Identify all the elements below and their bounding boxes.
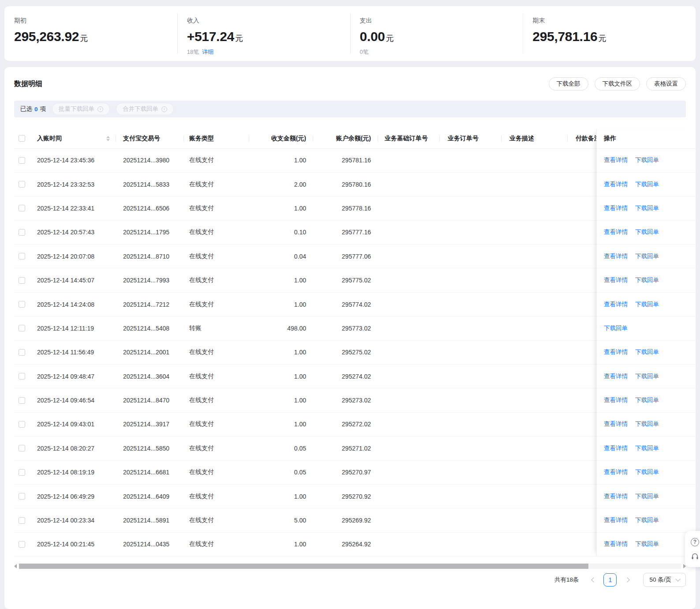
download-filezone-button[interactable]: 下载文件区 (595, 77, 640, 90)
next-page-icon[interactable] (625, 577, 630, 582)
row-checkbox[interactable] (19, 277, 25, 284)
cell-amount: 1.00 (249, 365, 313, 388)
cell-entry-time: 2025-12-14 22:33:41 (35, 196, 116, 220)
download-receipt-link[interactable]: 下载回单 (635, 468, 659, 476)
page-number-button[interactable]: 1 (603, 573, 617, 586)
table-settings-button[interactable]: 表格设置 (646, 77, 686, 90)
cell-amount: 1.00 (249, 268, 313, 292)
column-header-biz-order: 业务订单号 (440, 129, 502, 148)
view-detail-link[interactable]: 查看详情 (604, 396, 628, 404)
view-detail-link[interactable]: 查看详情 (604, 156, 628, 164)
cell-entry-time: 2025-12-14 14:45:07 (35, 268, 116, 292)
info-icon: i (161, 106, 167, 112)
cell-transaction-id: 20251214...6506 (116, 196, 184, 220)
row-checkbox[interactable] (19, 541, 25, 548)
cell-biz-desc (502, 508, 568, 532)
cell-biz-order (440, 461, 502, 484)
cell-balance: 295775.02 (313, 268, 378, 292)
download-receipt-link[interactable]: 下载回单 (635, 444, 659, 452)
cell-biz-base-order (378, 533, 440, 556)
pagination: 共有18条 1 50 条/页 (554, 573, 686, 587)
cell-pay-note (568, 221, 596, 244)
view-detail-link[interactable]: 查看详情 (604, 348, 628, 356)
view-detail-link[interactable]: 查看详情 (604, 301, 628, 308)
cell-biz-base-order (378, 461, 440, 484)
row-checkbox[interactable] (19, 373, 25, 380)
select-all-checkbox[interactable] (19, 135, 25, 142)
download-receipt-link[interactable]: 下载回单 (635, 156, 659, 164)
row-checkbox[interactable] (19, 349, 25, 356)
cell-biz-desc (502, 293, 568, 316)
row-checkbox[interactable] (19, 301, 25, 308)
row-checkbox[interactable] (19, 517, 25, 524)
scrollbar-track[interactable] (19, 564, 681, 569)
cell-biz-order (440, 388, 502, 412)
download-receipt-link[interactable]: 下载回单 (635, 420, 659, 428)
row-checkbox[interactable] (19, 325, 25, 331)
cell-account-type: 在线支付 (184, 508, 249, 532)
table-body: 2025-12-14 23:45:3620251214...3980在线支付1.… (14, 149, 596, 557)
cell-balance: 295272.02 (313, 413, 378, 436)
view-detail-link[interactable]: 查看详情 (604, 444, 628, 452)
help-icon[interactable]: ? (691, 538, 699, 546)
view-detail-link[interactable]: 查看详情 (604, 516, 628, 524)
cell-biz-desc (502, 221, 568, 244)
download-receipt-link[interactable]: 下载回单 (635, 301, 659, 308)
download-receipt-link[interactable]: 下载回单 (635, 540, 659, 548)
download-receipt-link[interactable]: 下载回单 (635, 348, 659, 356)
table-scroll-area: 入账时间 支付宝交易号 账务类型 收支金额(元) 账户余额(元) 业务基础订单号… (14, 129, 596, 556)
batch-download-button[interactable]: 批量下载回单i (52, 103, 110, 115)
sort-icon[interactable] (106, 136, 110, 141)
view-detail-link[interactable]: 查看详情 (604, 204, 628, 212)
download-receipt-link[interactable]: 下载回单 (635, 228, 659, 236)
view-detail-link[interactable]: 查看详情 (604, 180, 628, 188)
view-detail-link[interactable]: 查看详情 (604, 540, 628, 548)
row-checkbox-cell (14, 173, 35, 196)
cell-biz-order (440, 244, 502, 268)
view-detail-link[interactable]: 查看详情 (604, 492, 628, 500)
download-receipt-link[interactable]: 下载回单 (635, 276, 659, 284)
row-checkbox[interactable] (19, 181, 25, 188)
download-receipt-link[interactable]: 下载回单 (604, 324, 628, 332)
actions-row: 查看详情下载回单 (597, 341, 696, 365)
row-checkbox-cell (14, 436, 35, 460)
row-checkbox[interactable] (19, 229, 25, 236)
prev-page-icon[interactable] (591, 577, 596, 582)
page-title: 数据明细 (14, 79, 42, 89)
download-receipt-link[interactable]: 下载回单 (635, 252, 659, 260)
column-header-type: 账务类型 (184, 129, 249, 148)
income-detail-link[interactable]: 详细 (202, 49, 213, 55)
row-checkbox[interactable] (19, 205, 25, 211)
view-detail-link[interactable]: 查看详情 (604, 252, 628, 260)
view-detail-link[interactable]: 查看详情 (604, 276, 628, 284)
scrollbar-thumb[interactable] (19, 564, 588, 569)
download-all-button[interactable]: 下载全部 (549, 77, 588, 90)
download-receipt-link[interactable]: 下载回单 (635, 204, 659, 212)
scroll-left-icon[interactable] (14, 564, 17, 568)
row-checkbox-cell (14, 533, 35, 556)
view-detail-link[interactable]: 查看详情 (604, 468, 628, 476)
view-detail-link[interactable]: 查看详情 (604, 228, 628, 236)
download-receipt-link[interactable]: 下载回单 (635, 396, 659, 404)
merge-download-button[interactable]: 合并下载回单i (116, 103, 174, 115)
row-checkbox[interactable] (19, 253, 25, 259)
row-checkbox[interactable] (19, 157, 25, 164)
download-receipt-link[interactable]: 下载回单 (635, 492, 659, 500)
table-row: 2025-12-14 11:56:4920251214...2001在线支付1.… (14, 341, 596, 365)
row-checkbox[interactable] (19, 493, 25, 500)
cell-account-type: 在线支付 (184, 196, 249, 220)
cell-transaction-id: 20251214...5833 (116, 173, 184, 196)
cell-biz-base-order (378, 365, 440, 388)
row-checkbox[interactable] (19, 445, 25, 451)
download-receipt-link[interactable]: 下载回单 (635, 372, 659, 380)
download-receipt-link[interactable]: 下载回单 (635, 516, 659, 524)
headset-icon[interactable] (691, 552, 699, 560)
page-size-select[interactable]: 50 条/页 (643, 573, 686, 587)
row-checkbox[interactable] (19, 421, 25, 428)
row-checkbox[interactable] (19, 397, 25, 404)
view-detail-link[interactable]: 查看详情 (604, 372, 628, 380)
actions-row: 查看详情下载回单 (597, 533, 696, 556)
download-receipt-link[interactable]: 下载回单 (635, 180, 659, 188)
row-checkbox[interactable] (19, 469, 25, 476)
view-detail-link[interactable]: 查看详情 (604, 420, 628, 428)
